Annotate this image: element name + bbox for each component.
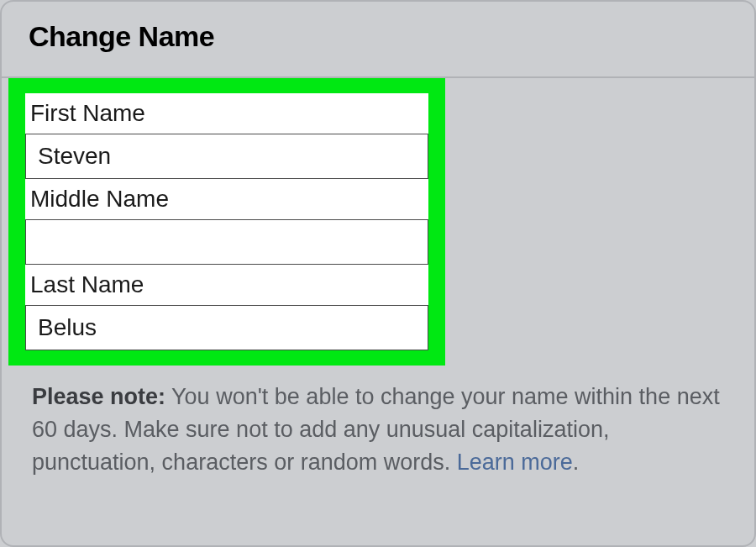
- fields-highlight: First Name Middle Name Last Name: [8, 78, 445, 366]
- middle-name-block: Middle Name: [25, 179, 428, 265]
- change-name-panel: Change Name First Name Middle Name Last …: [0, 0, 756, 547]
- panel-content: First Name Middle Name Last Name Please …: [2, 78, 754, 479]
- first-name-input[interactable]: [25, 134, 428, 179]
- last-name-input[interactable]: [25, 305, 428, 350]
- middle-name-input[interactable]: [25, 219, 428, 265]
- middle-name-label: Middle Name: [25, 179, 428, 219]
- first-name-block: First Name: [25, 93, 428, 179]
- note-label: Please note:: [32, 384, 165, 409]
- page-title: Change Name: [29, 20, 727, 53]
- panel-header: Change Name: [2, 2, 754, 78]
- first-name-label: First Name: [25, 93, 428, 134]
- name-change-note: Please note: You won't be able to change…: [2, 366, 754, 479]
- name-fields-group: First Name Middle Name Last Name: [25, 93, 428, 350]
- learn-more-link[interactable]: Learn more: [457, 450, 573, 475]
- note-period: .: [573, 450, 580, 475]
- last-name-block: Last Name: [25, 265, 428, 350]
- last-name-label: Last Name: [25, 265, 428, 305]
